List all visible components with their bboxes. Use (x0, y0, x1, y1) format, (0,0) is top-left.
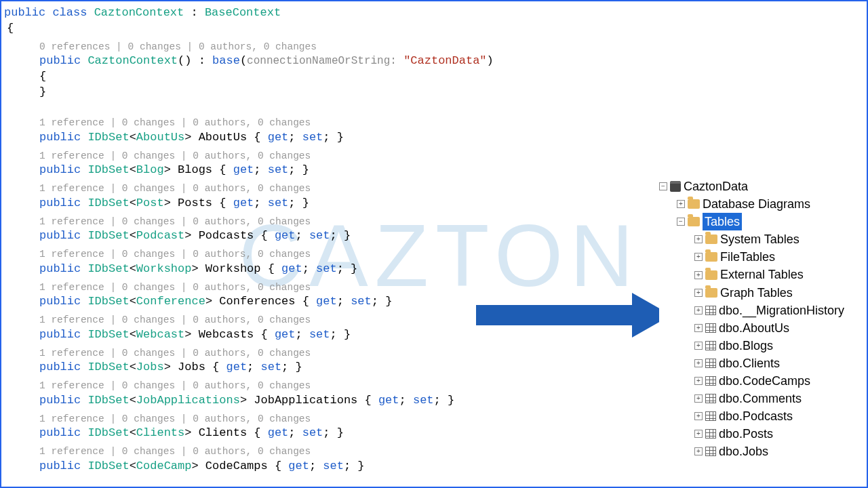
class-declaration: public class CaztonContext : BaseContext (4, 5, 864, 21)
tree-node-folder[interactable]: +FileTables (659, 248, 863, 266)
tree-node-table[interactable]: +dbo.Comments (659, 390, 863, 407)
folder-icon (705, 252, 717, 262)
expand-icon[interactable]: + (694, 271, 703, 279)
table-icon (705, 447, 716, 456)
tree-node-table[interactable]: +dbo.CodeCamps (659, 372, 863, 390)
expand-icon[interactable]: + (694, 289, 703, 297)
selected-node-label: Tables (703, 213, 742, 230)
table-icon (705, 341, 716, 350)
ctor-brace-close: } (39, 85, 864, 100)
expand-icon[interactable]: + (694, 235, 703, 243)
expand-icon[interactable]: + (694, 430, 703, 438)
tree-node-table[interactable]: +dbo.Jobs (659, 443, 863, 460)
collapse-icon[interactable]: − (659, 182, 667, 190)
ctor-brace-open: { (39, 69, 864, 85)
expand-icon[interactable]: + (694, 377, 703, 385)
table-icon (705, 429, 716, 439)
tree-node-folder[interactable]: + Database Diagrams (659, 195, 863, 213)
tree-node-table[interactable]: +dbo.Posts (659, 425, 863, 443)
expand-icon[interactable]: + (694, 253, 703, 261)
folder-icon (688, 199, 700, 209)
tree-node-folder[interactable]: +External Tables (659, 266, 863, 283)
collapse-icon[interactable]: − (677, 218, 685, 226)
folder-icon (705, 270, 717, 280)
property-line: public IDbSet<CodeCamp> CodeCamps { get;… (39, 459, 864, 474)
tree-node-table[interactable]: +dbo.Blogs (659, 337, 863, 354)
expand-icon[interactable]: + (694, 306, 703, 314)
folder-icon (705, 235, 717, 244)
tree-node-database[interactable]: − CaztonData (659, 178, 863, 195)
table-icon (705, 359, 716, 368)
tree-node-table[interactable]: +dbo.__MigrationHistory (659, 302, 863, 319)
codelens-prop[interactable]: 1 reference | 0 changes | 0 authors, 0 c… (39, 117, 864, 130)
object-explorer-tree[interactable]: − CaztonData + Database Diagrams − Table… (659, 178, 863, 461)
constructor-line: public CaztonContext() : base(connection… (39, 54, 864, 69)
tree-node-tables[interactable]: − Tables (659, 213, 863, 230)
expand-icon[interactable]: + (694, 394, 703, 403)
svg-marker-0 (476, 293, 671, 338)
folder-icon (688, 217, 700, 226)
database-icon (670, 181, 681, 192)
table-icon (705, 306, 716, 315)
open-brace: { (7, 21, 864, 37)
tree-node-table[interactable]: +dbo.Clients (659, 354, 863, 372)
tree-node-folder[interactable]: +System Tables (659, 230, 863, 248)
expand-icon[interactable]: + (694, 359, 703, 367)
table-icon (705, 411, 716, 421)
expand-icon[interactable]: + (694, 447, 703, 455)
table-icon (705, 376, 716, 386)
arrow-icon (476, 291, 673, 339)
property-line: public IDbSet<AboutUs> AboutUs { get; se… (39, 130, 864, 146)
expand-icon[interactable]: + (694, 342, 703, 350)
tree-node-table[interactable]: +dbo.Podcasts (659, 407, 863, 425)
expand-icon[interactable]: + (694, 324, 703, 332)
table-icon (705, 323, 716, 333)
tree-node-folder[interactable]: +Graph Tables (659, 284, 863, 302)
expand-icon[interactable]: + (694, 412, 703, 420)
property-line: public IDbSet<Blog> Blogs { get; set; } (39, 163, 864, 178)
expand-icon[interactable]: + (677, 200, 685, 208)
tree-node-table[interactable]: +dbo.AboutUs (659, 319, 863, 337)
codelens-prop[interactable]: 1 reference | 0 changes | 0 authors, 0 c… (39, 150, 864, 163)
folder-icon (705, 288, 717, 298)
table-icon (705, 394, 716, 403)
codelens-ctor[interactable]: 0 references | 0 changes | 0 authors, 0 … (39, 41, 864, 54)
